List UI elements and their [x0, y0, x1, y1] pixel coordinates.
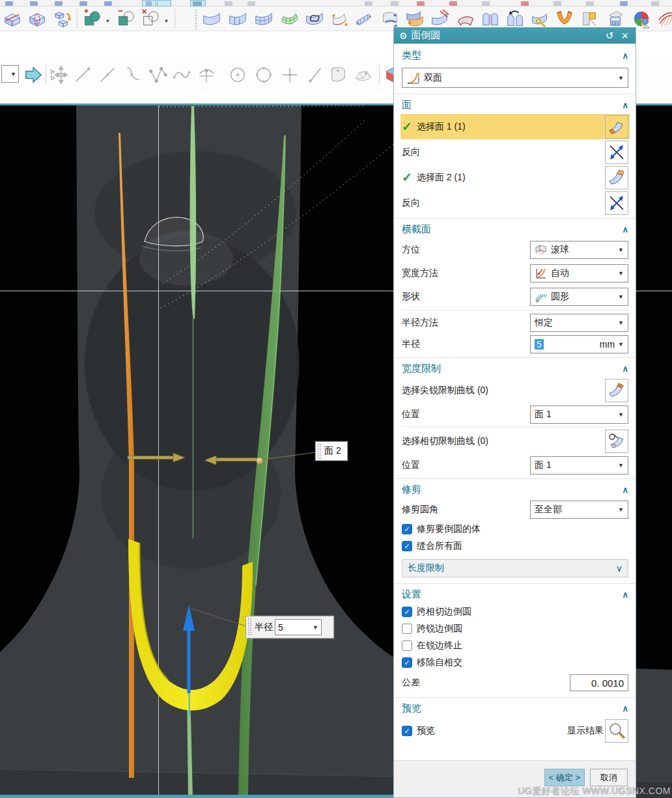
radius-method-row: 半径方法 恒定 ▼	[402, 312, 628, 333]
section-surface-icon[interactable]	[379, 8, 401, 30]
copy-body-icon[interactable]	[52, 8, 74, 30]
curve-mesh-icon[interactable]	[253, 8, 275, 30]
cancel-button[interactable]: 取消	[590, 769, 628, 786]
intersect-dropdown-arrow[interactable]: ▼	[163, 16, 170, 26]
dialog-title: 面倒圆	[412, 29, 441, 42]
orientation-dropdown[interactable]: 滚球 ▼	[530, 241, 628, 259]
repair-sheet-icon[interactable]	[529, 8, 551, 30]
studio-surface-icon[interactable]	[279, 8, 301, 30]
tolerance-input[interactable]: 0. 0010	[570, 674, 628, 691]
chamfer-icon[interactable]	[1, 8, 23, 30]
select-face2-row[interactable]: ✓ 选择面 2 (1)	[402, 165, 628, 190]
face2-label: 面 2	[324, 445, 341, 457]
swept-icon[interactable]	[328, 8, 350, 30]
radius-method-dropdown[interactable]: 恒定 ▼	[530, 314, 628, 332]
face2-select-button[interactable]	[605, 166, 628, 189]
dropdown-arrow-icon[interactable]: ▼	[313, 624, 318, 631]
ruled-surface-icon[interactable]	[201, 8, 223, 30]
reset-icon[interactable]: ↺	[604, 31, 616, 40]
law-extension-icon[interactable]	[428, 8, 451, 30]
toolbar-toggle-active[interactable]	[157, 0, 171, 7]
position1-dropdown[interactable]: 面 1 ▼	[530, 406, 628, 424]
dialog-body: 类型 ∧ 双面 ▼ 面 ∧ ✓ 选择面 1 (1)	[394, 44, 636, 760]
split-body-icon[interactable]	[26, 8, 48, 30]
intersect-icon[interactable]	[139, 8, 161, 30]
drag-handle[interactable]	[317, 443, 322, 459]
section-preview-header[interactable]: 预览 ∧	[402, 700, 628, 717]
length-limit-collapsed-bar[interactable]: 长度限制 ∨	[402, 559, 628, 577]
gear-icon[interactable]: ⚙	[399, 31, 408, 41]
trim-body-checkbox-row[interactable]: ✓ 修剪要倒圆的体	[402, 521, 628, 538]
close-icon[interactable]: ×	[619, 30, 630, 42]
face2-floating-label[interactable]: 面 2	[315, 441, 348, 461]
sew-faces-checkbox-row[interactable]: ✓ 缝合所有面	[402, 538, 628, 555]
mesh-dome-icon	[352, 64, 374, 86]
check-icon: ✓	[402, 170, 412, 185]
section-trim-header[interactable]: 修剪 ∧	[402, 481, 628, 499]
sheets-rotate-icon[interactable]	[504, 8, 526, 30]
select-face1-row[interactable]: ✓ 选择面 1 (1)	[400, 114, 630, 139]
deviation-mesh-icon[interactable]	[656, 8, 672, 30]
shape-analysis-icon[interactable]	[630, 8, 652, 30]
nx-application-window: 面 2 半径 5 ▼ ▼ ▼	[0, 0, 672, 798]
calculator-icon[interactable]	[604, 8, 626, 30]
show-result-label: 显示结果	[567, 725, 604, 737]
reverse1-row: 反向	[402, 139, 628, 165]
flange-surface-icon[interactable]	[455, 8, 477, 30]
radius-floating-input[interactable]: 半径 5 ▼	[245, 616, 334, 639]
offset-surface-icon[interactable]	[404, 8, 426, 30]
tube-icon[interactable]	[353, 8, 375, 30]
sharp-limit-row: 选择尖锐限制曲线 (0)	[402, 378, 628, 404]
shape-dropdown[interactable]: R 圆形 ▼	[530, 288, 628, 306]
studio-spline-icon	[147, 64, 169, 86]
stop-at-sharp-checkbox-row[interactable]: 在锐边终止	[402, 637, 628, 654]
select-face1-label: 选择面 1 (1)	[417, 121, 466, 133]
remove-self-intersection-checkbox-row[interactable]: ✓ 移除自相交	[402, 654, 628, 671]
section-face-header[interactable]: 面 ∧	[402, 96, 628, 114]
trim-fillet-dropdown[interactable]: 至全部 ▼	[530, 501, 628, 519]
checkbox-checked: ✓	[402, 726, 412, 736]
chevron-down-icon: ∨	[616, 563, 623, 573]
circle-icon	[227, 64, 249, 86]
forward-arrow-icon[interactable]	[22, 64, 44, 86]
reverse-direction-icon	[607, 143, 626, 162]
ok-button[interactable]: < 确定 >	[544, 769, 585, 786]
section-cross-section-header[interactable]: 横截面 ∧	[402, 221, 628, 238]
unite-icon[interactable]	[81, 8, 103, 30]
radius-overlay-input[interactable]: 5 ▼	[275, 619, 322, 635]
tangent-limit-curve-icon	[607, 432, 626, 451]
joined-sheets-icon[interactable]	[479, 8, 501, 30]
corner-patch-icon[interactable]	[578, 8, 600, 30]
reverse-direction1-button[interactable]	[605, 141, 628, 164]
check-icon: ✓	[402, 119, 412, 134]
section-type-header[interactable]: 类型 ∧	[402, 47, 628, 64]
forum-watermark: UG爱好者论坛 WWW.UGSNX.COM	[518, 786, 671, 797]
line-icon	[72, 64, 94, 86]
drag-ball-handle[interactable]	[257, 458, 264, 465]
viewport-bottom-border	[0, 795, 397, 798]
toolbar-drag-handle[interactable]	[195, 9, 198, 30]
select-sharp-limit-button[interactable]	[605, 379, 628, 402]
n-sided-surface-icon[interactable]	[303, 8, 326, 30]
through-curves-icon[interactable]	[227, 8, 249, 30]
selection-scope-combo[interactable]: ▼	[1, 65, 19, 83]
blend-across-tangent-checkbox-row[interactable]: ✓ 跨相切边倒圆	[402, 603, 628, 620]
face1-select-button[interactable]	[605, 115, 628, 139]
drag-handle[interactable]	[247, 618, 252, 637]
reverse-direction2-button[interactable]	[605, 191, 628, 215]
width-method-dropdown[interactable]: 自动 ▼	[530, 264, 628, 282]
law-surface-icon[interactable]	[553, 8, 576, 30]
show-result-button[interactable]	[605, 719, 628, 743]
dialog-title-bar[interactable]: ⚙ 面倒圆 ↺ ×	[394, 27, 636, 44]
preview-checkbox-row[interactable]: ✓ 预览	[402, 725, 435, 737]
position2-dropdown[interactable]: 面 1 ▼	[530, 456, 628, 475]
blend-across-sharp-checkbox-row[interactable]: 跨锐边倒圆	[402, 620, 628, 637]
section-width-limit-header[interactable]: 宽度限制 ∧	[402, 360, 628, 378]
subtract-icon[interactable]	[115, 8, 137, 30]
radius-value-field[interactable]: 5 mm ▼	[530, 335, 628, 353]
type-dropdown[interactable]: 双面 ▼	[402, 68, 628, 88]
unite-dropdown-arrow[interactable]: ▼	[104, 16, 111, 26]
section-settings-header[interactable]: 设置 ∧	[402, 586, 628, 603]
intersection-arc-icon	[195, 64, 217, 86]
select-tangent-limit-button[interactable]	[605, 430, 628, 453]
